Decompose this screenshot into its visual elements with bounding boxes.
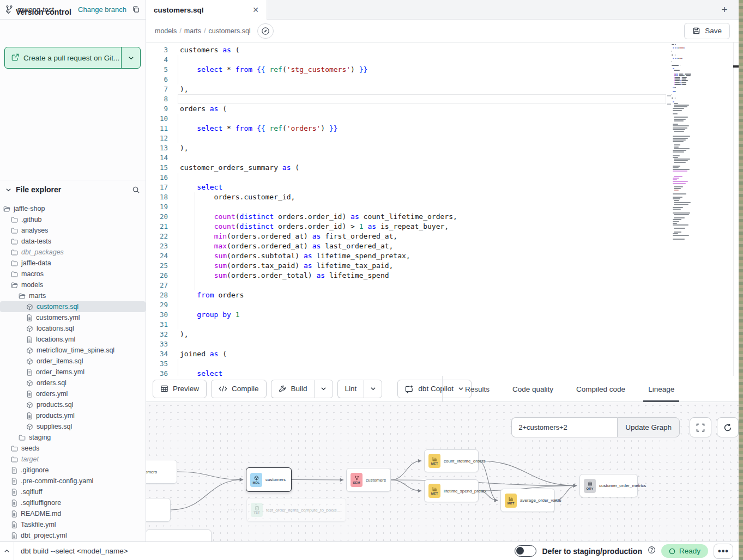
lineage-query-input[interactable] <box>511 417 617 437</box>
file-tree-item-taskfile-yml[interactable]: Taskfile.yml <box>0 519 146 530</box>
code-line-13[interactable]: 13), <box>146 143 739 153</box>
lineage-node-count-lifetime-orders[interactable]: METcount_lifetime_orders <box>424 449 479 472</box>
code-line-33[interactable]: 33 <box>146 339 739 349</box>
build-button[interactable]: Build <box>271 380 315 398</box>
file-tree-item-marts[interactable]: marts <box>0 290 146 301</box>
more-options-button[interactable]: ••• <box>714 544 733 559</box>
code-line-26[interactable]: 26 sum(orders.order_total) as lifetime_s… <box>146 271 739 281</box>
code-line-10[interactable]: 10 <box>146 114 739 124</box>
lineage-node-test-order-items-compute-to-bools-[interactable]: TSTtest_order_items_compute_to_bools... <box>246 498 346 522</box>
create-pr-button[interactable]: Create a pull request on Git... <box>4 47 141 69</box>
code-line-31[interactable]: 31 <box>146 320 739 330</box>
code-line-24[interactable]: 24 sum(orders.subtotal) as lifetime_spen… <box>146 251 739 261</box>
file-tree-item-products-sql[interactable]: products.sql <box>0 399 146 410</box>
create-pr-caret[interactable] <box>122 47 140 68</box>
code-line-27[interactable]: 27 <box>146 281 739 290</box>
search-icon[interactable] <box>132 186 140 194</box>
file-tree-item--sqlfluffignore[interactable]: .sqlfluffignore <box>0 497 146 508</box>
file-tree-item-jaffle-shop[interactable]: jaffle-shop <box>0 203 146 214</box>
file-tree-item-order-items-yml[interactable]: order_items.yml <box>0 367 146 378</box>
update-graph-button[interactable]: Update Graph <box>617 417 680 437</box>
code-line-17[interactable]: 17 select <box>146 182 739 192</box>
code-line-18[interactable]: 18 orders.customer_id, <box>146 192 739 202</box>
tab-customers-sql[interactable]: customers.sql ✕ <box>146 0 267 20</box>
tab-lineage[interactable]: Lineage <box>637 376 686 402</box>
tab-results[interactable]: Results <box>454 376 501 402</box>
file-tree-item-order-items-sql[interactable]: order_items.sql <box>0 356 146 367</box>
editor-scrollbar[interactable] <box>733 42 739 376</box>
file-tree-item-customers-yml[interactable]: customers.yml <box>0 312 146 323</box>
code-editor[interactable]: 3customers as (45 select * from {{ ref('… <box>146 42 739 376</box>
file-tree-item-metricflow-time-spine-sql[interactable]: metricflow_time_spine.sql <box>0 345 146 356</box>
code-line-22[interactable]: 22 min(orders.ordered_at) as first_order… <box>146 232 739 241</box>
code-line-15[interactable]: 15customer_orders_summary as ( <box>146 163 739 173</box>
defer-toggle[interactable] <box>515 545 536 557</box>
close-icon[interactable]: ✕ <box>252 5 259 14</box>
file-tree-item--pre-commit-config-yaml[interactable]: .pre-commit-config.yaml <box>0 476 146 486</box>
file-tree-item--github[interactable]: .github <box>0 214 146 225</box>
code-line-29[interactable]: 29 <box>146 300 739 310</box>
code-line-30[interactable]: 30 group by 1 <box>146 310 739 320</box>
file-tree-item-locations-yml[interactable]: locations.yml <box>0 334 146 345</box>
code-line-5[interactable]: 5 select * from {{ ref('stg_customers') … <box>146 65 739 75</box>
lint-caret[interactable] <box>364 380 382 398</box>
lineage-node-orders[interactable]: MDLorders <box>146 498 171 522</box>
code-line-20[interactable]: 20 count(distinct orders.order_id) as co… <box>146 212 739 222</box>
lint-button[interactable]: Lint <box>337 380 364 398</box>
file-tree-item-readme-md[interactable]: README.md <box>0 508 146 519</box>
code-line-19[interactable]: 19 <box>146 202 739 212</box>
breadcrumb-marts[interactable]: marts <box>184 27 201 35</box>
code-line-36[interactable]: 36 select <box>146 369 739 376</box>
file-tree-item-orders-yml[interactable]: orders.yml <box>0 388 146 399</box>
code-line-25[interactable]: 25 sum(orders.tax_paid) as lifetime_tax_… <box>146 261 739 271</box>
lineage-node-stg-customers[interactable]: MDLstg_customers <box>146 460 177 484</box>
code-line-8[interactable]: 8 <box>146 94 739 104</box>
file-tree-item-data-tests[interactable]: data-tests <box>0 236 146 247</box>
tab-compiled-code[interactable]: Compiled code <box>565 376 637 402</box>
code-line-6[interactable]: 6 <box>146 75 739 84</box>
code-line-14[interactable]: 14 <box>146 153 739 163</box>
code-line-28[interactable]: 28 from orders <box>146 290 739 300</box>
file-tree-item-models[interactable]: models <box>0 279 146 290</box>
file-tree-item-locations-sql[interactable]: locations.sql <box>0 323 146 334</box>
file-tree-item-analyses[interactable]: analyses <box>0 225 146 236</box>
code-line-11[interactable]: 11 select * from {{ ref('orders') }} <box>146 124 739 133</box>
file-tree-item-supplies-sql[interactable]: supplies.sql <box>0 421 146 432</box>
build-caret[interactable] <box>315 380 333 398</box>
compass-icon[interactable] <box>257 23 274 39</box>
file-tree-item-products-yml[interactable]: products.yml <box>0 410 146 421</box>
code-line-23[interactable]: 23 max(orders.ordered_at) as last_ordere… <box>146 241 739 251</box>
file-tree-item-customers-sql[interactable]: customers.sql <box>0 301 146 312</box>
lineage-panel[interactable]: MDLstg_customersMDLordersMDLcustomersTST… <box>146 402 739 541</box>
command-input[interactable]: dbt build --select <model_name> <box>21 547 128 555</box>
code-line-32[interactable]: 32), <box>146 330 739 339</box>
breadcrumb-models[interactable]: models <box>155 27 177 35</box>
help-icon[interactable] <box>648 546 656 556</box>
code-line-12[interactable]: 12 <box>146 133 739 143</box>
tab-code-quality[interactable]: Code quality <box>501 376 565 402</box>
file-explorer-header[interactable]: File explorer <box>0 180 146 197</box>
file-tree-item-target[interactable]: target <box>0 454 146 465</box>
file-tree-item-macros[interactable]: macros <box>0 269 146 279</box>
code-line-35[interactable]: 35 <box>146 359 739 369</box>
code-line-7[interactable]: 7), <box>146 84 739 94</box>
file-tree-item-orders-sql[interactable]: orders.sql <box>0 378 146 388</box>
code-line-4[interactable]: 4 <box>146 55 739 65</box>
compile-button[interactable]: Compile <box>211 380 267 398</box>
preview-button[interactable]: Preview <box>153 380 207 398</box>
code-line-16[interactable]: 16 <box>146 173 739 182</box>
lineage-node-customer-order-metrics[interactable]: QRYcustomer_order_metrics <box>579 474 638 497</box>
fullscreen-icon[interactable] <box>690 417 711 437</box>
scrollbar-thumb[interactable] <box>733 65 739 68</box>
refresh-icon[interactable] <box>717 417 739 437</box>
lineage-node-partial[interactable] <box>146 529 212 541</box>
minimap[interactable] <box>672 44 733 375</box>
code-line-3[interactable]: 3customers as ( <box>146 45 739 55</box>
code-line-9[interactable]: 9orders as ( <box>146 104 739 114</box>
change-branch-link[interactable]: Change branch <box>78 5 126 14</box>
file-tree-item--gitignore[interactable]: .gitignore <box>0 465 146 476</box>
file-tree-item--sqlfluff[interactable]: .sqlfluff <box>0 486 146 497</box>
copy-icon[interactable] <box>132 5 140 14</box>
file-tree-item-dbt-packages[interactable]: dbt_packages <box>0 247 146 258</box>
lineage-node-customers[interactable]: MDLcustomers <box>246 467 292 492</box>
